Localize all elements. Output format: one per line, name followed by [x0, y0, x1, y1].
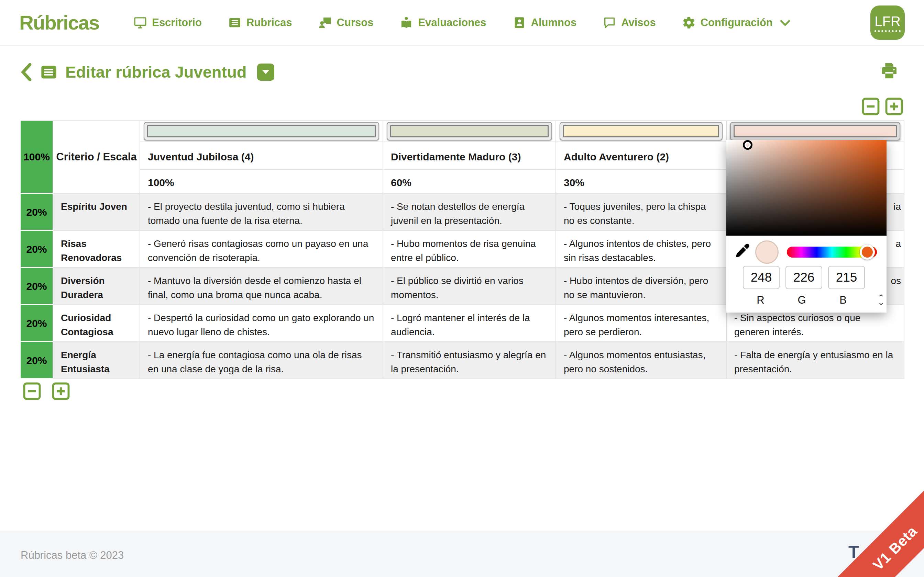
rubric-descriptor-cell[interactable]: - Despertó la curiosidad como un gato ex…	[140, 305, 383, 342]
avatar-initials: LFR	[874, 14, 901, 32]
level-color-swatch-cell	[140, 121, 383, 142]
level-weight-cell[interactable]: 30%	[556, 170, 727, 194]
monitor-icon	[133, 16, 147, 29]
level-color-swatch-button[interactable]	[730, 122, 900, 140]
person-board-icon	[318, 16, 332, 29]
level-name-cell[interactable]: Divertidamente Maduro (3)	[383, 142, 556, 170]
saturation-selector[interactable]	[743, 140, 753, 150]
criterion-name-cell[interactable]: Espíritu Joven	[53, 194, 140, 231]
print-button[interactable]	[879, 61, 899, 82]
app-screen: Rúbricas Escritorio Rubricas Cursos Eval…	[0, 0, 924, 577]
swatch-color-bar	[147, 125, 376, 137]
chevron-down-icon	[778, 16, 792, 29]
swatch-color-bar	[563, 125, 719, 137]
copyright-text: Rúbricas beta © 2023	[21, 549, 124, 562]
remove-column-button[interactable]	[861, 97, 880, 116]
nav-label: Rubricas	[247, 16, 292, 29]
page-title: Editar rúbrica Juventud	[65, 63, 247, 81]
rubric-descriptor-cell[interactable]: - Hubo intentos de diversión, pero no se…	[556, 268, 727, 305]
green-input[interactable]	[785, 266, 822, 289]
swatch-color-bar	[390, 125, 549, 137]
back-chevron-icon[interactable]	[21, 63, 32, 81]
level-color-swatch-cell	[556, 121, 727, 142]
rubric-descriptor-cell[interactable]: - La energía fue contagiosa como una ola…	[140, 342, 383, 379]
nav-label: Avisos	[621, 16, 656, 29]
criterion-name-cell[interactable]: Risas Renovadoras	[53, 231, 140, 268]
criterion-weight-cell[interactable]: 20%	[21, 194, 53, 231]
nav-item-avisos[interactable]: Avisos	[603, 16, 656, 29]
rubric-descriptor-cell[interactable]: - El público se divirtió en varios momen…	[383, 268, 556, 305]
nav-item-escritorio[interactable]: Escritorio	[133, 16, 202, 29]
color-picker-popover: R G B ⌃⌄	[726, 140, 887, 313]
rubric-descriptor-cell[interactable]: - Algunos momentos interesantes, pero se…	[556, 305, 727, 342]
rubric-descriptor-cell[interactable]: - Logró mantener el interés de la audien…	[383, 305, 556, 342]
gear-icon	[682, 16, 696, 29]
rubric-descriptor-cell[interactable]: - El proyecto destila juventud, como si …	[140, 194, 383, 231]
rubric-descriptor-cell[interactable]: - Toques juveniles, pero la chispa no es…	[556, 194, 727, 231]
criterio-escala-header: Criterio / Escala	[53, 121, 140, 194]
level-color-swatch-cell	[383, 121, 556, 142]
reader-icon	[399, 16, 413, 29]
nav-item-alumnos[interactable]: Alumnos	[512, 16, 577, 29]
level-name-cell[interactable]: Juventud Jubilosa (4)	[140, 142, 383, 170]
add-row-button[interactable]	[52, 382, 70, 400]
nav-label: Alumnos	[531, 16, 577, 29]
table-icon	[228, 16, 242, 29]
level-color-swatch-button[interactable]	[144, 122, 379, 140]
rubric-descriptor-cell[interactable]: - Generó risas contagiosas como un payas…	[140, 231, 383, 268]
total-weight-cell[interactable]: 100%	[21, 121, 53, 194]
nav-item-rubricas[interactable]: Rubricas	[228, 16, 292, 29]
criterion-weight-cell[interactable]: 20%	[21, 305, 53, 342]
criterion-name-cell[interactable]: Diversión Duradera	[53, 268, 140, 305]
saturation-gradient[interactable]	[726, 140, 887, 235]
main-nav: Escritorio Rubricas Cursos Evaluaciones …	[133, 16, 792, 29]
nav-label: Escritorio	[152, 16, 202, 29]
caret-down-icon	[262, 69, 270, 75]
nav-label: Evaluaciones	[418, 16, 486, 29]
nav-item-configuracion[interactable]: Configuración	[682, 16, 792, 29]
nav-item-cursos[interactable]: Cursos	[318, 16, 374, 29]
rubric-descriptor-cell[interactable]: - Algunos momentos entusiastas, pero no …	[556, 342, 727, 379]
speech-bubble-icon	[603, 16, 616, 29]
rubric-descriptor-cell[interactable]: - Se notan destellos de energía juvenil …	[383, 194, 556, 231]
red-label: R	[743, 294, 778, 306]
add-column-button[interactable]	[885, 97, 903, 116]
color-mode-stepper[interactable]: ⌃⌄	[877, 295, 884, 304]
title-dropdown-button[interactable]	[257, 63, 274, 81]
nav-label: Configuración	[701, 16, 773, 29]
printer-icon	[879, 61, 899, 81]
criterion-name-cell[interactable]: Energía Entusiasta	[53, 342, 140, 379]
rubric-descriptor-cell[interactable]: - Falta de energía y entusiasmo en la pr…	[727, 342, 905, 379]
rubric-descriptor-cell[interactable]: - Hubo momentos de risa genuina entre el…	[383, 231, 556, 268]
rubric-descriptor-cell[interactable]: - Algunos intentos de chistes, pero sin …	[556, 231, 727, 268]
level-color-swatch-button[interactable]	[560, 122, 722, 140]
level-name-cell[interactable]: Adulto Aventurero (2)	[556, 142, 727, 170]
eyedropper-icon[interactable]	[733, 242, 753, 261]
criterion-name-cell[interactable]: Curiosidad Contagiosa	[53, 305, 140, 342]
page-header: Editar rúbrica Juventud	[21, 63, 274, 81]
red-input[interactable]	[743, 266, 780, 289]
user-avatar[interactable]: LFR	[871, 5, 905, 40]
criterion-weight-cell[interactable]: 20%	[21, 231, 53, 268]
rubric-descriptor-cell[interactable]: - Transmitió entusiasmo y alegría en la …	[383, 342, 556, 379]
rubric-descriptor-cell[interactable]: - Mantuvo la diversión desde el comienzo…	[140, 268, 383, 305]
footer: Rúbricas beta © 2023 T o	[0, 530, 924, 577]
level-color-swatch-cell	[727, 121, 905, 142]
rgb-inputs	[726, 266, 887, 289]
level-weight-cell[interactable]: 60%	[383, 170, 556, 194]
blue-input[interactable]	[828, 266, 865, 289]
level-color-swatch-button[interactable]	[387, 122, 552, 140]
id-card-icon	[512, 16, 526, 29]
criterion-weight-cell[interactable]: 20%	[21, 342, 53, 379]
app-logo[interactable]: Rúbricas	[19, 11, 99, 34]
level-weight-cell[interactable]: 100%	[140, 170, 383, 194]
hue-slider-handle[interactable]	[860, 245, 875, 259]
top-navbar: Rúbricas Escritorio Rubricas Cursos Eval…	[0, 0, 924, 46]
nav-item-evaluaciones[interactable]: Evaluaciones	[399, 16, 486, 29]
remove-row-button[interactable]	[23, 382, 41, 400]
current-color-swatch[interactable]	[755, 240, 779, 264]
row-controls	[23, 382, 70, 400]
criterion-weight-cell[interactable]: 20%	[21, 268, 53, 305]
green-label: G	[784, 294, 819, 306]
rubric-icon	[39, 63, 58, 81]
